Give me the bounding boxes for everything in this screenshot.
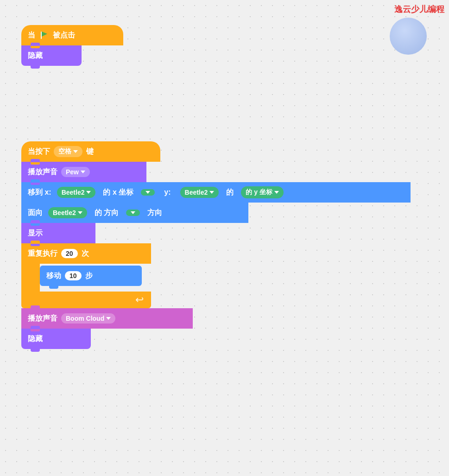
play-sound-label-2: 播放声音 bbox=[28, 314, 57, 324]
move-label: 移动 bbox=[46, 271, 61, 281]
moveto-ycoord-dropdown[interactable]: 的 y 坐标 bbox=[241, 186, 284, 198]
show-label: 显示 bbox=[28, 228, 43, 238]
moveto-xcoord-arrow bbox=[145, 191, 150, 194]
play-sound-label-1: 播放声音 bbox=[28, 167, 57, 177]
block-group-2: 当按下 空格 键 播放声音 Pew 移到 x: Beetle2 bbox=[21, 141, 411, 349]
face-direction-block[interactable]: 面向 Beetle2 的 方向 方向 bbox=[21, 203, 248, 223]
hide-label-1: 隐藏 bbox=[28, 51, 43, 61]
repeat-block-top[interactable]: 重复执行 20 次 bbox=[21, 243, 151, 264]
sound-boom-dropdown[interactable]: Boom Cloud bbox=[61, 313, 115, 324]
flag-icon bbox=[39, 30, 49, 40]
moveto-y-of: 的 bbox=[226, 188, 234, 197]
clicked-label: 被点击 bbox=[53, 31, 75, 40]
moveto-sprite2-dropdown[interactable]: Beetle2 bbox=[180, 187, 219, 198]
face-mid: 的 方向 bbox=[95, 208, 119, 218]
sound-pew-dropdown[interactable]: Pew bbox=[61, 167, 90, 177]
logo: 逸云少儿编程 bbox=[394, 4, 444, 15]
block-group-1: 当 被点击 隐藏 bbox=[21, 25, 123, 66]
play-sound-pew-block[interactable]: 播放声音 Pew bbox=[21, 162, 146, 182]
repeat-label: 重复执行 bbox=[28, 249, 57, 259]
hide-block-2[interactable]: 隐藏 bbox=[21, 329, 91, 349]
when-label: 当 bbox=[28, 31, 35, 40]
decorative-circle bbox=[390, 18, 427, 55]
moveto-y-label: y: bbox=[164, 188, 171, 197]
face-dir-dropdown[interactable] bbox=[126, 209, 140, 216]
svg-rect-0 bbox=[41, 32, 42, 39]
move-steps-input[interactable]: 10 bbox=[65, 271, 82, 280]
face-label: 面向 bbox=[28, 208, 43, 218]
move-to-xy-block[interactable]: 移到 x: Beetle2 的 x 坐标 y: Beetle2 的 的 y 坐标 bbox=[21, 182, 411, 203]
moveto-sprite1-arrow bbox=[86, 191, 91, 194]
moveto-sprite1-dropdown[interactable]: Beetle2 bbox=[57, 187, 96, 198]
face-sprite-dropdown[interactable]: Beetle2 bbox=[48, 207, 87, 218]
move-suffix: 步 bbox=[85, 271, 93, 281]
dropdown-arrow bbox=[73, 150, 78, 153]
face-suffix: 方向 bbox=[147, 208, 162, 218]
key-suffix: 键 bbox=[86, 147, 94, 157]
face-sprite-arrow bbox=[78, 211, 82, 214]
repeat-suffix: 次 bbox=[82, 249, 89, 259]
when-key-label: 当按下 bbox=[28, 147, 50, 157]
moveto-xcoord-dropdown[interactable] bbox=[141, 189, 155, 196]
hide-block-1[interactable]: 隐藏 bbox=[21, 45, 82, 66]
face-dir-arrow bbox=[131, 211, 135, 214]
moveto-ycoord-arrow bbox=[274, 191, 279, 194]
sound-dropdown-arrow-1 bbox=[81, 171, 85, 173]
key-dropdown[interactable]: 空格 bbox=[54, 146, 82, 157]
moveto-sprite2-arrow bbox=[209, 191, 214, 194]
moveto-x-of: 的 x 坐标 bbox=[103, 188, 133, 197]
when-key-pressed-block[interactable]: 当按下 空格 键 bbox=[21, 141, 160, 162]
play-sound-boom-block[interactable]: 播放声音 Boom Cloud bbox=[21, 308, 193, 329]
sound-dropdown-arrow-2 bbox=[106, 317, 111, 320]
moveto-label: 移到 x: bbox=[28, 188, 51, 197]
hide-label-2: 隐藏 bbox=[28, 334, 43, 344]
svg-marker-1 bbox=[42, 32, 47, 37]
move-steps-block[interactable]: 移动 10 步 bbox=[40, 266, 142, 286]
loop-arrow-icon: ↩ bbox=[135, 294, 144, 306]
repeat-count-input[interactable]: 20 bbox=[61, 249, 78, 258]
